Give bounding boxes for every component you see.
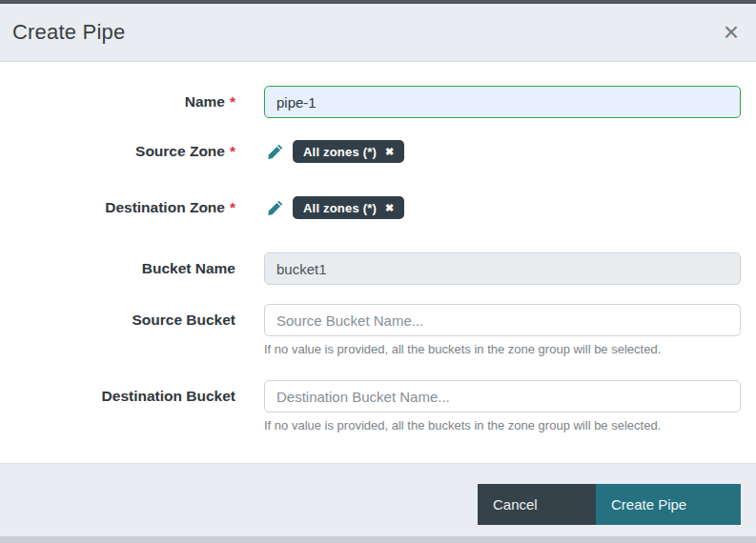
- destination-zone-label: Destination Zone*: [0, 196, 235, 219]
- modal-title: Create Pipe: [12, 20, 125, 45]
- bucket-name-label: Bucket Name: [0, 252, 235, 285]
- destination-bucket-helper-text: If no value is provided, all the buckets…: [264, 418, 741, 432]
- remove-zone-icon[interactable]: ✖: [385, 147, 394, 157]
- name-label: Name*: [0, 86, 235, 118]
- page-backdrop-bottom: [0, 536, 756, 543]
- edit-pencil-icon[interactable]: [268, 200, 283, 215]
- name-input[interactable]: [264, 86, 741, 118]
- form-row-destination-zone: Destination Zone* All zones (*)✖: [0, 196, 756, 219]
- edit-pencil-icon[interactable]: [268, 144, 283, 159]
- close-icon[interactable]: ×: [724, 19, 739, 46]
- source-zone-label-text: Source Zone: [135, 143, 225, 159]
- cancel-button[interactable]: Cancel: [478, 484, 596, 525]
- zone-chip-label: All zones (*): [303, 145, 377, 159]
- required-asterisk: *: [230, 93, 235, 110]
- destination-bucket-input[interactable]: [264, 380, 741, 412]
- destination-zone-label-text: Destination Zone: [105, 199, 225, 215]
- zone-chip-label: All zones (*): [303, 201, 377, 215]
- form-row-bucket-name: Bucket Name: [0, 252, 756, 285]
- remove-zone-icon[interactable]: ✖: [385, 203, 394, 213]
- form-row-destination-bucket: Destination Bucket If no value is provid…: [0, 380, 756, 432]
- zone-chip: All zones (*)✖: [293, 140, 404, 163]
- form-row-name: Name*: [0, 86, 756, 118]
- create-pipe-button[interactable]: Create Pipe: [596, 484, 741, 525]
- name-label-text: Name: [185, 93, 225, 110]
- source-zone-label: Source Zone*: [0, 140, 235, 163]
- zone-chip: All zones (*)✖: [293, 196, 404, 219]
- modal-footer: Cancel Create Pipe: [0, 463, 756, 536]
- form-row-source-bucket: Source Bucket If no value is provided, a…: [0, 304, 756, 356]
- required-asterisk: *: [230, 143, 235, 159]
- bucket-name-input: [264, 252, 741, 285]
- source-bucket-helper-text: If no value is provided, all the buckets…: [264, 342, 741, 356]
- source-bucket-label: Source Bucket: [0, 304, 235, 336]
- source-bucket-input[interactable]: [264, 304, 741, 336]
- destination-bucket-label: Destination Bucket: [0, 380, 235, 412]
- required-asterisk: *: [230, 199, 235, 215]
- form-row-source-zone: Source Zone* All zones (*)✖: [0, 140, 756, 163]
- modal-header: Create Pipe ×: [0, 4, 756, 62]
- create-pipe-dialog-screen: Create Pipe × Name* Source Zone* All zon…: [0, 0, 756, 543]
- create-pipe-form: Name* Source Zone* All zones (*)✖ Destin…: [0, 62, 756, 463]
